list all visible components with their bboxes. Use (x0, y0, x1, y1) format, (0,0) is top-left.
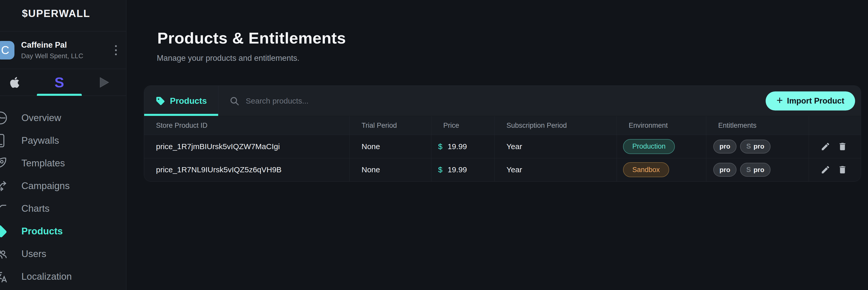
products-toolbar: Products + Import Product (144, 86, 861, 116)
sidebar-item-overview[interactable]: Overview (0, 107, 126, 129)
entitlement-badge: pro (713, 140, 737, 153)
price-cell: $ 19.99 (431, 158, 495, 182)
app-root: $UPERWALL C Caffeine Pal Day Well Spent,… (0, 0, 868, 290)
tag-icon (155, 96, 165, 106)
tab-platform-google-play[interactable] (82, 69, 126, 96)
users-icon (0, 247, 8, 261)
tab-products[interactable]: Products (144, 86, 218, 116)
sidebar-nav: Overview Paywalls Templates Campaigns Ch… (0, 107, 126, 288)
tag-icon (0, 224, 8, 239)
brand-logo: $UPERWALL (0, 0, 126, 31)
sidebar-item-label: Charts (22, 203, 50, 214)
table-row: price_1R7NL9IUrsk5vIQZ5z6qVH9B None $ 19… (144, 158, 861, 182)
environment-cell: Production (617, 135, 706, 158)
column-header-actions (809, 116, 861, 135)
column-header-store-product-id: Store Product ID (144, 116, 350, 135)
app-meta: Caffeine Pal Day Well Spent, LLC (21, 40, 83, 60)
store-product-id-cell: price_1R7jmBIUrsk5vIQZW7MaCIgi (144, 135, 350, 158)
app-name: Caffeine Pal (21, 40, 83, 50)
trial-period-cell: None (350, 135, 431, 158)
translate-icon (0, 269, 8, 284)
google-play-icon (98, 76, 110, 89)
currency-symbol: $ (438, 142, 442, 151)
superwall-s-icon: S (746, 142, 751, 150)
pencil-icon (820, 142, 830, 151)
sidebar-item-label: Overview (22, 113, 61, 123)
sidebar-item-label: Paywalls (22, 135, 59, 146)
sidebar-item-label: Users (22, 249, 46, 259)
entitlements-cell: pro Spro (706, 158, 809, 182)
active-platform-underline (37, 94, 82, 96)
sidebar-item-charts[interactable]: Charts (0, 197, 126, 220)
platform-tabs: S (0, 69, 126, 96)
sidebar-item-paywalls[interactable]: Paywalls (0, 129, 126, 152)
brand-logo-rest: WALL (59, 8, 90, 19)
price-cell: $ 19.99 (431, 135, 495, 158)
entitlement-badge-stripe: Spro (740, 163, 771, 177)
products-card: Products + Import Product Store Product … (144, 85, 861, 182)
sidebar-item-localization[interactable]: Localization (0, 265, 126, 288)
sidebar-item-label: Campaigns (22, 181, 70, 191)
column-header-price: Price (431, 116, 495, 135)
environment-badge-sandbox: Sandbox (623, 162, 669, 177)
search-input[interactable] (246, 97, 426, 105)
stripe-icon: S (54, 75, 64, 89)
delete-button[interactable] (838, 165, 847, 175)
rocket-icon (0, 156, 8, 171)
page-title: Products & Entitlements (157, 29, 346, 47)
price-value: 19.99 (448, 165, 467, 174)
environment-cell: Sandbox (617, 158, 706, 182)
price-value: 19.99 (448, 142, 467, 151)
search-icon (229, 96, 240, 106)
row-actions (809, 158, 861, 182)
table-row: price_1R7jmBIUrsk5vIQZW7MaCIgi None $ 19… (144, 135, 861, 158)
tab-platform-stripe[interactable]: S (37, 69, 82, 96)
column-header-subscription-period: Subscription Period (495, 116, 617, 135)
sidebar-item-label: Products (22, 226, 63, 237)
phone-icon (0, 134, 8, 148)
kebab-menu-icon[interactable] (113, 43, 119, 57)
superwall-s-icon: S (746, 166, 751, 174)
sidebar-item-label: Localization (22, 271, 72, 282)
page-subtitle: Manage your products and entitlements. (157, 53, 300, 63)
sidebar-item-campaigns[interactable]: Campaigns (0, 175, 126, 197)
import-product-label: Import Product (787, 96, 844, 106)
plus-icon: + (776, 95, 783, 106)
subscription-period-cell: Year (495, 135, 617, 158)
row-actions (809, 135, 861, 158)
edit-button[interactable] (820, 165, 830, 175)
split-arrows-icon (0, 179, 8, 193)
tab-platform-apple[interactable] (0, 69, 37, 96)
edit-button[interactable] (820, 142, 830, 151)
brand-logo-accent: $UPER (22, 8, 59, 19)
sidebar: $UPERWALL C Caffeine Pal Day Well Spent,… (0, 0, 126, 290)
import-product-button[interactable]: + Import Product (766, 92, 855, 110)
entitlement-badge-stripe: Spro (740, 140, 771, 153)
trash-icon (838, 142, 847, 151)
trash-icon (838, 165, 847, 175)
app-switcher[interactable]: C Caffeine Pal Day Well Spent, LLC (0, 31, 126, 69)
search-products (218, 86, 766, 116)
main-content: Products & Entitlements Manage your prod… (126, 0, 868, 290)
store-product-id-cell: price_1R7NL9IUrsk5vIQZ5z6qVH9B (144, 158, 350, 182)
column-header-trial-period: Trial Period (350, 116, 431, 135)
sidebar-item-templates[interactable]: Templates (0, 152, 126, 175)
trial-period-cell: None (350, 158, 431, 182)
entitlements-cell: pro Spro (706, 135, 809, 158)
app-avatar-letter: C (1, 44, 9, 57)
environment-badge-production: Production (623, 139, 675, 154)
app-avatar: C (0, 41, 14, 60)
sidebar-item-users[interactable]: Users (0, 243, 126, 265)
apple-icon (9, 76, 20, 88)
pencil-icon (820, 165, 830, 175)
gauge-icon (0, 111, 8, 125)
app-org: Day Well Spent, LLC (21, 52, 83, 60)
column-header-environment: Environment (617, 116, 706, 135)
sidebar-item-label: Templates (22, 158, 65, 169)
entitlement-badge: pro (713, 163, 737, 177)
chart-line-icon (0, 202, 8, 216)
subscription-period-cell: Year (495, 158, 617, 182)
sidebar-item-products[interactable]: Products (0, 220, 126, 243)
delete-button[interactable] (838, 142, 847, 151)
column-header-entitlements: Entitlements (706, 116, 809, 135)
